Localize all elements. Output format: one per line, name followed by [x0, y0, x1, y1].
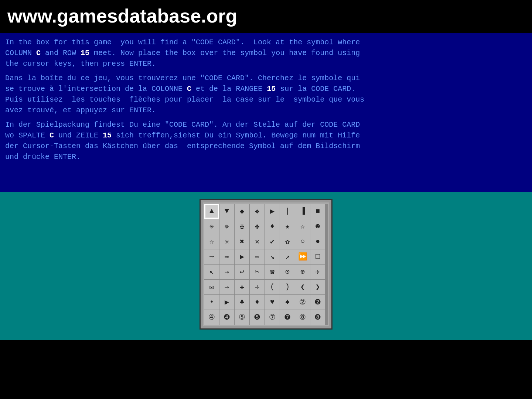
symbol-cell[interactable]: → [204, 249, 219, 264]
symbol-cell[interactable]: ⇨ [250, 249, 265, 264]
symbol-cell[interactable]: ■ [310, 204, 325, 219]
symbol-cell[interactable]: ❖ [250, 204, 265, 219]
symbol-cell[interactable]: ♦ [265, 219, 280, 234]
symbol-cell[interactable]: ✕ [250, 234, 265, 249]
card-shadow [204, 328, 335, 335]
symbol-cell[interactable]: ▶ [235, 249, 249, 264]
symbol-cell[interactable]: ☆ [204, 234, 219, 249]
symbol-cell[interactable]: ● [310, 234, 325, 249]
symbol-cell[interactable]: ⏩ [295, 249, 310, 264]
symbol-cell[interactable]: □ [310, 249, 325, 264]
symbol-cell[interactable]: ❼ [280, 310, 295, 325]
symbol-grid: ▲▼◆❖▶|▐■✳✵✠✤♦★☆☻☆✳✖✕✔✿○●→⇒▶⇨↘↗⏩□↖⇢↩✂☎⊙⊕✈… [204, 204, 328, 325]
symbol-cell[interactable]: ✠ [235, 219, 249, 234]
code-card-inner: ▲▼◆❖▶|▐■✳✵✠✤♦★☆☻☆✳✖✕✔✿○●→⇒▶⇨↘↗⏩□↖⇢↩✂☎⊙⊕✈… [203, 202, 329, 326]
symbol-cell[interactable]: ✚ [235, 280, 249, 294]
symbol-cell[interactable]: ↘ [265, 249, 280, 264]
symbol-cell[interactable]: ○ [295, 234, 310, 249]
top-bar: www.gamesdatabase.org [0, 0, 532, 33]
symbol-cell[interactable]: ↖ [204, 265, 219, 279]
symbol-cell[interactable]: ⑦ [265, 310, 280, 325]
symbol-cell[interactable]: | [280, 204, 295, 219]
symbol-cell[interactable]: ❺ [250, 310, 265, 325]
symbol-cell[interactable]: ▲ [204, 204, 219, 219]
symbol-cell[interactable]: ◆ [235, 204, 249, 219]
symbol-cell[interactable]: ▼ [219, 204, 234, 219]
symbol-cell[interactable]: ④ [204, 310, 219, 325]
symbol-cell[interactable]: ☻ [310, 219, 325, 234]
symbol-cell[interactable]: ▐ [295, 204, 310, 219]
symbol-cell[interactable]: ❹ [219, 310, 234, 325]
symbol-cell[interactable]: ❽ [310, 310, 325, 325]
symbol-cell[interactable]: ✉ [204, 280, 219, 294]
symbol-cell[interactable]: ✿ [280, 234, 295, 249]
symbol-cell[interactable]: ▶ [219, 295, 234, 310]
symbol-cell[interactable]: ▶ [265, 204, 280, 219]
german-text: In der Spielpackung findest Du eine "COD… [5, 119, 527, 162]
symbol-cell[interactable]: ♥ [265, 295, 280, 310]
symbol-cell[interactable]: ⑤ [235, 310, 249, 325]
symbol-cell[interactable]: ☆ [295, 219, 310, 234]
symbol-cell[interactable]: ♦ [250, 295, 265, 310]
symbol-cell[interactable]: ✛ [250, 280, 265, 294]
symbol-cell[interactable]: ⊕ [295, 265, 310, 279]
symbol-cell[interactable]: ② [295, 295, 310, 310]
symbol-cell[interactable]: ✤ [250, 219, 265, 234]
symbol-cell[interactable]: ✔ [265, 234, 280, 249]
symbol-cell[interactable]: ☎ [265, 265, 280, 279]
symbol-cell[interactable]: ♣ [235, 295, 249, 310]
symbol-cell[interactable]: ✳ [219, 234, 234, 249]
symbol-cell[interactable]: ( [265, 280, 280, 294]
symbol-cell[interactable]: ✈ [310, 265, 325, 279]
text-area: In the box for this game you will find a… [0, 33, 532, 192]
symbol-cell[interactable]: • [204, 295, 219, 310]
game-area: ▲▼◆❖▶|▐■✳✵✠✤♦★☆☻☆✳✖✕✔✿○●→⇒▶⇨↘↗⏩□↖⇢↩✂☎⊙⊕✈… [0, 192, 532, 340]
code-card: ▲▼◆❖▶|▐■✳✵✠✤♦★☆☻☆✳✖✕✔✿○●→⇒▶⇨↘↗⏩□↖⇢↩✂☎⊙⊕✈… [200, 199, 332, 330]
symbol-cell[interactable]: ♠ [280, 295, 295, 310]
english-text: In the box for this game you will find a… [5, 37, 527, 69]
symbol-cell[interactable]: ❷ [310, 295, 325, 310]
symbol-cell[interactable]: ✵ [219, 219, 234, 234]
symbol-cell[interactable]: ⊙ [280, 265, 295, 279]
symbol-cell[interactable]: ↗ [280, 249, 295, 264]
site-title: www.gamesdatabase.org [7, 5, 237, 27]
symbol-cell[interactable]: ❮ [295, 280, 310, 294]
symbol-cell[interactable]: ★ [280, 219, 295, 234]
symbol-cell[interactable]: ⇒ [219, 249, 234, 264]
symbol-cell[interactable]: ✳ [204, 219, 219, 234]
symbol-cell[interactable]: ↩ [235, 265, 249, 279]
symbol-cell[interactable]: ) [280, 280, 295, 294]
symbol-cell[interactable]: ⇒ [219, 280, 234, 294]
symbol-cell[interactable]: ⑧ [295, 310, 310, 325]
bottom-bar [0, 340, 532, 384]
symbol-cell[interactable]: ✖ [235, 234, 249, 249]
symbol-cell[interactable]: ✂ [250, 265, 265, 279]
french-text: Dans la boîte du ce jeu, vous trouverez … [5, 73, 527, 116]
symbol-cell[interactable]: ⇢ [219, 265, 234, 279]
symbol-cell[interactable]: ❯ [310, 280, 325, 294]
